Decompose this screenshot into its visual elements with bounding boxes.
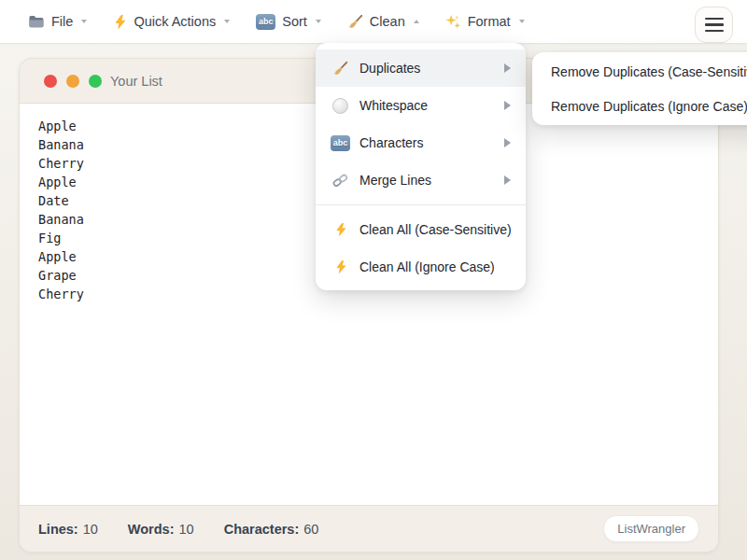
menu-item-clean-all-case-sensitive[interactable]: Clean All (Case-Sensitive) bbox=[316, 211, 526, 248]
chevron-up-icon bbox=[414, 20, 419, 23]
traffic-light-red bbox=[44, 75, 57, 88]
menu-item-characters[interactable]: abc Characters bbox=[316, 124, 526, 161]
broom-icon bbox=[331, 61, 350, 77]
hamburger-menu-button[interactable] bbox=[695, 7, 733, 43]
submenu-item-remove-duplicates-ignore-case[interactable]: Remove Duplicates (Ignore Case) bbox=[532, 89, 747, 123]
menu-clean-label: Clean bbox=[370, 14, 405, 29]
menu-item-whitespace[interactable]: Whitespace bbox=[316, 87, 526, 124]
broom-icon bbox=[347, 14, 363, 30]
circle-icon bbox=[331, 98, 350, 114]
submenu-item-label: Remove Duplicates (Case-Sensitive) bbox=[551, 64, 747, 79]
lightning-icon bbox=[113, 14, 127, 30]
menu-item-label: Clean All (Case-Sensitive) bbox=[359, 222, 512, 237]
menu-quick-actions-label: Quick Actions bbox=[134, 14, 216, 29]
stat-words: Words:10 bbox=[128, 522, 194, 537]
chevron-down-icon bbox=[81, 20, 87, 23]
abc-icon: abc bbox=[256, 14, 275, 30]
menu-sort-label: Sort bbox=[282, 14, 307, 29]
chevron-down-icon bbox=[224, 20, 230, 23]
triangle-right-icon bbox=[504, 138, 511, 147]
menu-file-label: File bbox=[51, 14, 73, 29]
folder-icon bbox=[28, 14, 45, 29]
menu-format-label: Format bbox=[468, 14, 511, 29]
stat-lines: Lines:10 bbox=[38, 522, 98, 537]
menu-item-clean-all-ignore-case[interactable]: Clean All (Ignore Case) bbox=[316, 248, 526, 286]
sparkles-icon bbox=[445, 14, 461, 30]
menu-clean[interactable]: Clean bbox=[334, 0, 432, 43]
chevron-down-icon bbox=[316, 20, 321, 23]
menu-item-label: Duplicates bbox=[359, 61, 420, 76]
menu-quick-actions[interactable]: Quick Actions bbox=[100, 0, 243, 43]
triangle-right-icon bbox=[504, 175, 511, 185]
menu-item-label: Characters bbox=[359, 135, 423, 150]
menu-sort[interactable]: abc Sort bbox=[243, 0, 334, 43]
stat-characters: Characters:60 bbox=[224, 522, 319, 537]
menu-format[interactable]: Format bbox=[432, 0, 538, 43]
menu-item-label: Merge Lines bbox=[359, 173, 431, 188]
menu-item-label: Clean All (Ignore Case) bbox=[359, 259, 495, 274]
menu-file[interactable]: File bbox=[15, 0, 100, 43]
menu-item-label: Whitespace bbox=[359, 98, 428, 113]
traffic-light-orange bbox=[66, 75, 79, 88]
status-bar: Lines:10 Words:10 Characters:60 ListWran… bbox=[20, 505, 718, 552]
panel-title: Your List bbox=[110, 74, 162, 89]
chevron-down-icon bbox=[519, 20, 525, 23]
app-brand-badge: ListWrangler bbox=[603, 515, 699, 542]
lightning-icon bbox=[331, 222, 350, 237]
submenu-item-label: Remove Duplicates (Ignore Case) bbox=[551, 99, 747, 114]
menu-item-merge-lines[interactable]: Merge Lines bbox=[316, 161, 526, 199]
abc-icon: abc bbox=[331, 135, 350, 151]
hamburger-icon bbox=[705, 18, 724, 21]
triangle-right-icon bbox=[504, 63, 511, 73]
clean-dropdown-menu: Duplicates Whitespace abc Characters Mer… bbox=[316, 43, 526, 290]
menu-item-duplicates[interactable]: Duplicates bbox=[316, 49, 526, 87]
submenu-item-remove-duplicates-case-sensitive[interactable]: Remove Duplicates (Case-Sensitive) bbox=[532, 54, 747, 89]
duplicates-submenu: Remove Duplicates (Case-Sensitive) Remov… bbox=[532, 52, 747, 125]
traffic-light-green bbox=[89, 75, 102, 88]
menu-divider bbox=[316, 204, 526, 205]
menubar: File Quick Actions abc Sort Clean bbox=[0, 0, 747, 44]
link-icon bbox=[331, 173, 350, 189]
lightning-icon bbox=[331, 259, 350, 274]
triangle-right-icon bbox=[504, 101, 511, 110]
